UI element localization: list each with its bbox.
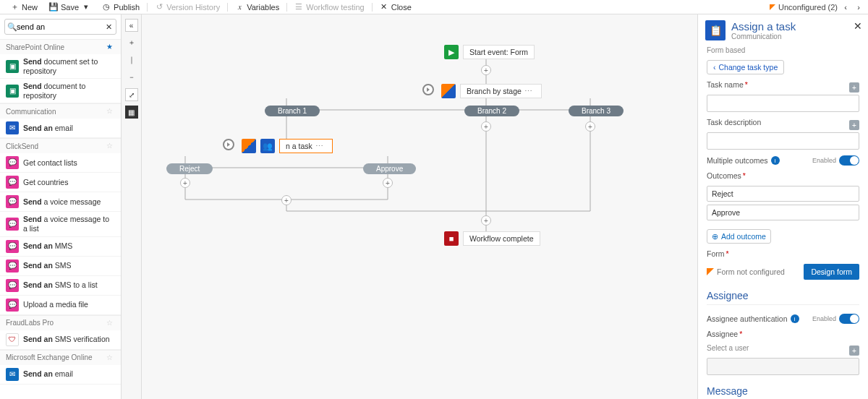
zoom-out-button[interactable]: － xyxy=(125,71,138,84)
action-item[interactable]: 💬Get countries xyxy=(0,173,121,192)
unconfigured-indicator[interactable]: Unconfigured (2) xyxy=(770,3,838,12)
testing-icon: ☰ xyxy=(294,3,303,12)
zoom-reset-button[interactable]: ｜ xyxy=(125,53,138,66)
insert-variable-button[interactable]: + xyxy=(849,120,859,130)
new-button[interactable]: ＋ New xyxy=(4,0,43,14)
star-icon[interactable]: ☆ xyxy=(106,142,115,150)
zoom-in-button[interactable]: ＋ xyxy=(125,36,138,49)
chevron-down-icon[interactable]: ▾ xyxy=(82,3,90,12)
gateway-icon[interactable] xyxy=(422,84,434,95)
clear-search-icon[interactable]: ✕ xyxy=(104,22,113,31)
next-button[interactable]: › xyxy=(854,2,864,12)
action-item[interactable]: 🛡Send an SMS verification xyxy=(0,330,121,350)
action-item[interactable]: ✉Send an email xyxy=(0,119,121,138)
add-node-button[interactable]: + xyxy=(180,178,190,188)
assign-task-node[interactable]: 👥 n a task⋯ xyxy=(242,139,333,153)
save-button[interactable]: 💾 Save ▾ xyxy=(43,0,96,14)
assignee-label: Assignee* xyxy=(707,330,859,338)
version-history-button[interactable]: ↺ Version History xyxy=(149,0,226,14)
reject-pill[interactable]: Reject xyxy=(166,163,213,174)
info-icon[interactable]: i xyxy=(771,156,780,165)
workflow-complete-node[interactable]: ■ Workflow complete xyxy=(444,231,540,246)
add-node-button[interactable]: + xyxy=(383,178,393,188)
branch2-pill[interactable]: Branch 2 xyxy=(464,106,519,116)
action-item[interactable]: ▣Send document to repository xyxy=(0,79,121,103)
group-header[interactable]: Communication☆ xyxy=(0,103,121,119)
action-icon: 💬 xyxy=(6,218,19,231)
top-toolbar: ＋ New 💾 Save ▾ ◷ Publish ↺ Version Histo… xyxy=(0,0,868,14)
config-panel: ✕ 📋 Assign a task Communication Form bas… xyxy=(697,14,868,399)
star-icon[interactable]: ☆ xyxy=(106,319,115,327)
group-header[interactable]: Microsoft Exchange Online☆ xyxy=(0,350,121,365)
action-item[interactable]: 💬Get contact lists xyxy=(0,153,121,173)
publish-button[interactable]: ◷ Publish xyxy=(96,0,145,14)
star-icon[interactable]: ★ xyxy=(106,43,115,51)
node-menu-icon[interactable]: ⋯ xyxy=(312,142,326,150)
task-desc-input[interactable] xyxy=(707,132,859,150)
fit-button[interactable]: ⤢ xyxy=(125,88,138,101)
group-header[interactable]: FraudLabs Pro☆ xyxy=(0,315,121,330)
split-icon xyxy=(242,139,256,153)
workflow-complete-label: Workflow complete xyxy=(463,231,540,246)
task-name-input[interactable] xyxy=(707,95,859,112)
add-node-button[interactable]: + xyxy=(281,195,292,205)
search-input[interactable] xyxy=(17,22,104,31)
action-label: Send a voice message to a list xyxy=(23,215,115,233)
group-header[interactable]: ClickSend☆ xyxy=(0,138,121,153)
save-label: Save xyxy=(61,3,79,12)
node-menu-icon[interactable]: ⋯ xyxy=(522,87,535,95)
action-item[interactable]: ✉Send an email xyxy=(0,365,121,385)
insert-variable-button[interactable]: + xyxy=(849,82,859,93)
branch1-pill[interactable]: Branch 1 xyxy=(265,106,320,116)
add-outcome-button[interactable]: ⊕ Add outcome xyxy=(707,229,771,244)
action-item[interactable]: 💬Upload a media file xyxy=(0,296,121,315)
add-node-button[interactable]: + xyxy=(481,65,491,75)
group-title: Microsoft Exchange Online xyxy=(6,353,93,361)
action-item[interactable]: ▣Send document set to repository xyxy=(0,54,121,79)
branch3-pill[interactable]: Branch 3 xyxy=(569,106,624,116)
info-icon[interactable]: i xyxy=(791,314,799,323)
assignee-section-header: Assignee xyxy=(707,290,859,305)
add-node-button[interactable]: + xyxy=(481,121,491,132)
workflow-testing-button[interactable]: ☰ Workflow testing xyxy=(289,0,370,14)
star-icon[interactable]: ☆ xyxy=(106,107,115,116)
branch-by-stage-node[interactable]: Branch by stage⋯ xyxy=(441,84,542,98)
gateway-icon[interactable] xyxy=(223,139,234,150)
panel-title: Assign a task xyxy=(731,20,796,33)
assignee-hint: Select a user xyxy=(707,344,859,352)
split-icon xyxy=(441,84,456,98)
action-label: Send document to repository xyxy=(23,82,115,100)
action-icon: 💬 xyxy=(6,240,19,253)
minimap-button[interactable]: ▦ xyxy=(125,106,138,119)
variables-button[interactable]: 𝑥 Variables xyxy=(229,0,285,14)
outcome-item[interactable]: Reject xyxy=(707,186,859,202)
assignee-select[interactable] xyxy=(707,358,859,375)
assignee-auth-toggle[interactable] xyxy=(839,314,859,324)
close-button[interactable]: ✕ Close xyxy=(374,0,417,14)
action-item[interactable]: 💬Send an SMS xyxy=(0,257,121,276)
panel-close-button[interactable]: ✕ xyxy=(854,20,862,32)
design-form-button[interactable]: Design form xyxy=(804,264,859,280)
group-header[interactable]: SharePoint Online★ xyxy=(0,39,121,54)
add-node-button[interactable]: + xyxy=(481,215,491,226)
outcome-item[interactable]: Approve xyxy=(707,205,859,220)
search-box[interactable]: 🔍 ✕ xyxy=(4,19,116,35)
prev-button[interactable]: ‹ xyxy=(841,2,851,12)
collapse-sidebar-button[interactable]: « xyxy=(125,19,138,32)
variables-label: Variables xyxy=(247,3,279,12)
action-item[interactable]: 💬Send an SMS to a list xyxy=(0,276,121,296)
action-item[interactable]: 💬Send a voice message to a list xyxy=(0,212,121,236)
change-task-type-button[interactable]: ‹ Change task type xyxy=(707,60,784,74)
multiple-outcomes-toggle[interactable] xyxy=(839,155,859,166)
add-node-button[interactable]: + xyxy=(585,121,595,132)
action-item[interactable]: 💬Send an MMS xyxy=(0,237,121,257)
workflow-canvas[interactable]: ▶ Start event: Form + Branch by stage⋯ B… xyxy=(142,14,697,399)
approve-pill[interactable]: Approve xyxy=(363,163,416,174)
star-icon[interactable]: ☆ xyxy=(106,353,115,362)
start-node[interactable]: ▶ Start event: Form xyxy=(444,45,535,59)
insert-variable-button[interactable]: + xyxy=(849,346,859,356)
group-title: Communication xyxy=(6,108,56,116)
workflow-testing-label: Workflow testing xyxy=(306,3,365,12)
enabled-label: Enabled xyxy=(812,157,836,164)
action-item[interactable]: 💬Send a voice message xyxy=(0,192,121,212)
